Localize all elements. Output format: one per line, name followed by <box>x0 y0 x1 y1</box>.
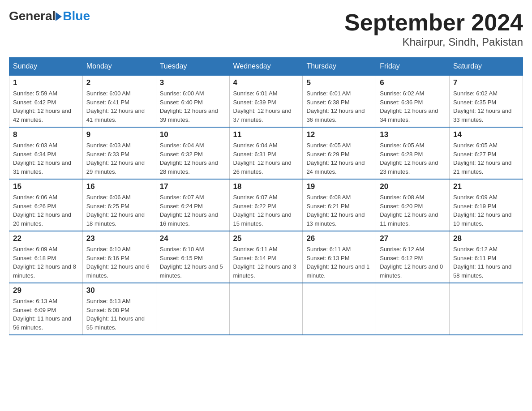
month-title: September 2024 <box>344 9 523 36</box>
day-number: 21 <box>453 182 519 191</box>
day-info: Sunrise: 6:07 AMSunset: 6:22 PMDaylight:… <box>233 193 299 228</box>
calendar-week-row: 29Sunrise: 6:13 AMSunset: 6:09 PMDayligh… <box>9 283 523 335</box>
day-number: 25 <box>233 234 299 243</box>
calendar-cell <box>376 283 450 335</box>
day-number: 29 <box>13 286 79 295</box>
calendar-cell: 25Sunrise: 6:11 AMSunset: 6:14 PMDayligh… <box>229 231 303 283</box>
day-number: 9 <box>86 130 152 139</box>
day-number: 14 <box>453 130 519 139</box>
calendar-cell <box>156 283 229 335</box>
day-info: Sunrise: 6:05 AMSunset: 6:28 PMDaylight:… <box>380 141 446 176</box>
calendar-cell: 21Sunrise: 6:09 AMSunset: 6:19 PMDayligh… <box>450 179 523 231</box>
day-info: Sunrise: 6:06 AMSunset: 6:25 PMDaylight:… <box>86 193 152 228</box>
day-info: Sunrise: 6:02 AMSunset: 6:36 PMDaylight:… <box>380 89 446 124</box>
day-number: 5 <box>306 78 372 87</box>
day-info: Sunrise: 6:13 AMSunset: 6:09 PMDaylight:… <box>13 297 79 332</box>
title-block: September 2024 Khairpur, Sindh, Pakistan <box>344 9 523 48</box>
day-number: 2 <box>86 78 152 87</box>
day-info: Sunrise: 6:07 AMSunset: 6:24 PMDaylight:… <box>160 193 226 228</box>
day-number: 22 <box>13 234 79 243</box>
calendar-cell: 30Sunrise: 6:13 AMSunset: 6:08 PMDayligh… <box>82 283 156 335</box>
calendar-week-row: 22Sunrise: 6:09 AMSunset: 6:18 PMDayligh… <box>9 231 523 283</box>
calendar-cell: 23Sunrise: 6:10 AMSunset: 6:16 PMDayligh… <box>82 231 156 283</box>
day-number: 18 <box>233 182 299 191</box>
calendar-cell: 19Sunrise: 6:08 AMSunset: 6:21 PMDayligh… <box>303 179 376 231</box>
day-info: Sunrise: 6:00 AMSunset: 6:41 PMDaylight:… <box>86 89 152 124</box>
day-number: 13 <box>380 130 446 139</box>
calendar-cell: 9Sunrise: 6:03 AMSunset: 6:33 PMDaylight… <box>82 127 156 179</box>
day-info: Sunrise: 6:04 AMSunset: 6:31 PMDaylight:… <box>233 141 299 176</box>
calendar-cell: 26Sunrise: 6:11 AMSunset: 6:13 PMDayligh… <box>303 231 376 283</box>
day-number: 23 <box>86 234 152 243</box>
calendar-cell <box>229 283 303 335</box>
page-header: General Blue September 2024 Khairpur, Si… <box>9 9 523 48</box>
day-info: Sunrise: 6:08 AMSunset: 6:21 PMDaylight:… <box>306 193 372 228</box>
calendar-cell: 14Sunrise: 6:05 AMSunset: 6:27 PMDayligh… <box>450 127 523 179</box>
day-info: Sunrise: 6:11 AMSunset: 6:13 PMDaylight:… <box>306 245 372 280</box>
calendar-cell: 11Sunrise: 6:04 AMSunset: 6:31 PMDayligh… <box>229 127 303 179</box>
day-number: 6 <box>380 78 446 87</box>
calendar-cell: 22Sunrise: 6:09 AMSunset: 6:18 PMDayligh… <box>9 231 83 283</box>
day-number: 10 <box>160 130 226 139</box>
calendar-week-row: 1Sunrise: 5:59 AMSunset: 6:42 PMDaylight… <box>9 75 523 127</box>
day-number: 3 <box>160 78 226 87</box>
calendar-header-row: SundayMondayTuesdayWednesdayThursdayFrid… <box>9 58 523 76</box>
day-number: 24 <box>160 234 226 243</box>
calendar-cell: 29Sunrise: 6:13 AMSunset: 6:09 PMDayligh… <box>9 283 83 335</box>
day-number: 26 <box>306 234 372 243</box>
calendar-day-header: Tuesday <box>156 58 229 76</box>
calendar-cell: 20Sunrise: 6:08 AMSunset: 6:20 PMDayligh… <box>376 179 450 231</box>
calendar-week-row: 8Sunrise: 6:03 AMSunset: 6:34 PMDaylight… <box>9 127 523 179</box>
day-number: 20 <box>380 182 446 191</box>
calendar-cell: 17Sunrise: 6:07 AMSunset: 6:24 PMDayligh… <box>156 179 229 231</box>
calendar-cell: 10Sunrise: 6:04 AMSunset: 6:32 PMDayligh… <box>156 127 229 179</box>
logo-blue-text: Blue <box>63 9 90 23</box>
calendar-day-header: Sunday <box>9 58 83 76</box>
day-info: Sunrise: 6:06 AMSunset: 6:26 PMDaylight:… <box>13 193 79 228</box>
day-info: Sunrise: 6:03 AMSunset: 6:34 PMDaylight:… <box>13 141 79 176</box>
calendar-cell: 12Sunrise: 6:05 AMSunset: 6:29 PMDayligh… <box>303 127 376 179</box>
calendar-cell <box>450 283 523 335</box>
calendar-table: SundayMondayTuesdayWednesdayThursdayFrid… <box>9 57 523 335</box>
day-info: Sunrise: 6:08 AMSunset: 6:20 PMDaylight:… <box>380 193 446 228</box>
day-info: Sunrise: 6:11 AMSunset: 6:14 PMDaylight:… <box>233 245 299 280</box>
day-info: Sunrise: 6:04 AMSunset: 6:32 PMDaylight:… <box>160 141 226 176</box>
calendar-cell: 5Sunrise: 6:01 AMSunset: 6:38 PMDaylight… <box>303 75 376 127</box>
calendar-cell: 15Sunrise: 6:06 AMSunset: 6:26 PMDayligh… <box>9 179 83 231</box>
calendar-cell: 27Sunrise: 6:12 AMSunset: 6:12 PMDayligh… <box>376 231 450 283</box>
day-info: Sunrise: 6:03 AMSunset: 6:33 PMDaylight:… <box>86 141 152 176</box>
calendar-day-header: Friday <box>376 58 450 76</box>
day-number: 1 <box>13 78 79 87</box>
calendar-cell: 28Sunrise: 6:12 AMSunset: 6:11 PMDayligh… <box>450 231 523 283</box>
day-number: 30 <box>86 286 152 295</box>
day-info: Sunrise: 6:05 AMSunset: 6:27 PMDaylight:… <box>453 141 519 176</box>
day-info: Sunrise: 6:10 AMSunset: 6:15 PMDaylight:… <box>160 245 226 280</box>
day-info: Sunrise: 6:01 AMSunset: 6:38 PMDaylight:… <box>306 89 372 124</box>
calendar-cell: 8Sunrise: 6:03 AMSunset: 6:34 PMDaylight… <box>9 127 83 179</box>
calendar-cell: 3Sunrise: 6:00 AMSunset: 6:40 PMDaylight… <box>156 75 229 127</box>
day-number: 15 <box>13 182 79 191</box>
day-number: 4 <box>233 78 299 87</box>
day-info: Sunrise: 6:05 AMSunset: 6:29 PMDaylight:… <box>306 141 372 176</box>
day-info: Sunrise: 5:59 AMSunset: 6:42 PMDaylight:… <box>13 89 79 124</box>
logo: General Blue <box>9 9 90 23</box>
day-info: Sunrise: 6:02 AMSunset: 6:35 PMDaylight:… <box>453 89 519 124</box>
calendar-cell <box>303 283 376 335</box>
day-number: 12 <box>306 130 372 139</box>
calendar-cell: 18Sunrise: 6:07 AMSunset: 6:22 PMDayligh… <box>229 179 303 231</box>
day-info: Sunrise: 6:09 AMSunset: 6:18 PMDaylight:… <box>13 245 79 280</box>
calendar-cell: 6Sunrise: 6:02 AMSunset: 6:36 PMDaylight… <box>376 75 450 127</box>
day-info: Sunrise: 6:12 AMSunset: 6:12 PMDaylight:… <box>380 245 446 280</box>
logo-blue-part: Blue <box>56 9 90 23</box>
day-number: 28 <box>453 234 519 243</box>
day-info: Sunrise: 6:13 AMSunset: 6:08 PMDaylight:… <box>86 297 152 332</box>
calendar-week-row: 15Sunrise: 6:06 AMSunset: 6:26 PMDayligh… <box>9 179 523 231</box>
day-info: Sunrise: 6:09 AMSunset: 6:19 PMDaylight:… <box>453 193 519 228</box>
day-number: 16 <box>86 182 152 191</box>
day-info: Sunrise: 6:00 AMSunset: 6:40 PMDaylight:… <box>160 89 226 124</box>
day-number: 11 <box>233 130 299 139</box>
logo-general-text: General <box>9 9 56 23</box>
calendar-cell: 1Sunrise: 5:59 AMSunset: 6:42 PMDaylight… <box>9 75 83 127</box>
day-number: 7 <box>453 78 519 87</box>
calendar-cell: 2Sunrise: 6:00 AMSunset: 6:41 PMDaylight… <box>82 75 156 127</box>
